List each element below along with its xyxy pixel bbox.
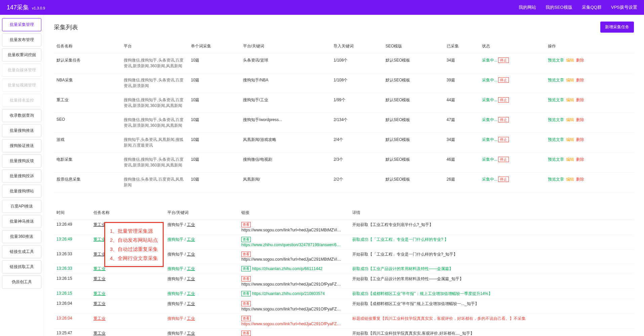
sidebar-item-2[interactable]: 批量权重词挖掘 [2,48,41,62]
edit-link[interactable]: 编辑 [566,117,574,122]
main-content[interactable]: 采集列表 新增采集任务 任务名称 平台 单个词采集 平台/关键词 导入关键词 S… [44,15,644,336]
delete-link[interactable]: 删除 [576,117,584,122]
view-badge[interactable]: 查看 [241,291,251,296]
task-collected: 47篇 [444,113,480,133]
task-platform: 搜狗微信,搜狗知乎,头条资讯,百度资讯,新浪新闻,360新闻,凤凰新闻 [121,153,188,173]
preview-link[interactable]: 预览文章 [548,58,564,63]
edit-link[interactable]: 编辑 [566,58,574,63]
log-keyword: 搜狗知乎 / 工业 [165,328,239,336]
stop-button[interactable]: 停止 [498,157,509,162]
edit-link[interactable]: 编辑 [566,157,574,162]
sidebar-item-10[interactable]: 批量搜狗投诉 [2,170,41,183]
log-task-link[interactable]: 重工业 [93,237,106,242]
delete-link[interactable]: 删除 [576,78,584,82]
log-kw-link[interactable]: 工业 [187,331,195,336]
preview-link[interactable]: 预览文章 [548,157,564,162]
delete-link[interactable]: 删除 [576,98,584,102]
new-task-button[interactable]: 新增采集任务 [600,22,634,33]
log-time: 13:26:49 [54,234,91,249]
sidebar-item-9[interactable]: 批量搜狗反馈 [2,154,41,167]
log-task-link[interactable]: 重工业 [93,276,106,281]
task-actions: 预览文章编辑删除 [545,93,634,113]
view-badge[interactable]: 查看 [241,276,251,282]
log-keyword: 搜狗知乎 / 工业 [165,220,239,235]
sidebar-item-16[interactable]: 链接抓取工具 [2,260,41,273]
log-task: 重工业 [91,314,165,329]
preview-link[interactable]: 预览文章 [548,78,564,82]
task-import: 2/3个 [331,153,383,173]
preview-link[interactable]: 预览文章 [548,117,564,122]
sidebar-item-12[interactable]: 百度API推送 [2,200,41,213]
stop-button[interactable]: 停止 [498,97,509,103]
task-import: 1/108个 [331,73,383,93]
sidebar-item-8[interactable]: 搜狗验证推送 [2,139,41,152]
edit-link[interactable]: 编辑 [566,137,574,142]
sidebar-item-7[interactable]: 批量搜狗推送 [2,124,41,137]
delete-link[interactable]: 删除 [576,177,584,182]
stop-button[interactable]: 停止 [498,117,509,122]
log-task-link[interactable]: 重工业 [93,316,106,321]
log-task-link[interactable]: 重工业 [93,331,106,336]
log-task-link[interactable]: 重工业 [93,266,106,271]
sidebar-item-13[interactable]: 批量神马推送 [2,215,41,228]
log-kw-link[interactable]: 工业 [187,252,195,257]
log-task: 重工业 [91,299,165,314]
view-badge[interactable]: 查看 [241,266,251,271]
view-badge[interactable]: 查看 [241,222,251,227]
edit-link[interactable]: 编辑 [566,177,574,182]
sidebar-item-15[interactable]: 链接生成工具 [2,245,41,258]
delete-link[interactable]: 删除 [576,157,584,162]
stop-button[interactable]: 停止 [498,137,509,142]
stop-button[interactable]: 停止 [498,77,509,83]
view-badge[interactable]: 查看 [241,237,251,242]
preview-link[interactable]: 预览文章 [548,137,564,142]
sidebar-item-17[interactable]: 伪原创工具 [2,275,41,289]
log-link: 查看https://www.sogou.com/link?url=hedJjaC… [239,220,350,235]
topnav-link-3[interactable]: VPS拨号设置 [611,4,637,10]
delete-link[interactable]: 删除 [576,58,584,63]
stop-button[interactable]: 停止 [498,177,509,182]
log-link: 查看https://www.sogou.com/link?url=hedJjaC… [239,274,350,289]
task-single: 10篇 [188,93,240,113]
view-badge[interactable]: 查看 [241,331,251,336]
view-badge[interactable]: 查看 [241,301,251,306]
edit-link[interactable]: 编辑 [566,98,574,102]
task-platform: 搜狗知乎,头条资讯,凤凰新闻,搜狐新闻,百度最资讯 [121,133,188,153]
sidebar[interactable]: 批量采集管理批量发布管理批量权重词挖掘批量自媒体管理批量短视频管理批量排名监控收… [0,15,44,336]
log-kw-link[interactable]: 工业 [187,316,195,321]
sidebar-item-1[interactable]: 批量发布管理 [2,33,41,46]
task-platform: 搜狗微信,搜狗知乎,头条资讯,百度资讯,新浪新闻,360新闻,凤凰新闻 [121,113,188,133]
view-badge[interactable]: 查看 [241,252,251,257]
th-name: 任务名称 [54,39,121,53]
log-task-link[interactable]: 重工业 [93,252,106,257]
view-badge[interactable]: 查看 [241,316,251,321]
log-task-link[interactable]: 重工业 [93,291,106,296]
log-kw-link[interactable]: 工业 [187,237,195,242]
topnav-link-0[interactable]: 我的网站 [519,4,536,10]
log-link: 查看https://www.zhihu.com/question/3247871… [239,234,350,249]
delete-link[interactable]: 删除 [576,137,584,142]
topnav-link-2[interactable]: 采集QQ群 [582,4,602,10]
sidebar-item-14[interactable]: 批量360推送 [2,230,41,243]
edit-link[interactable]: 编辑 [566,78,574,82]
stop-button[interactable]: 停止 [498,58,509,63]
sidebar-item-0[interactable]: 批量采集管理 [2,18,41,31]
task-collected: 34篇 [444,53,480,73]
sidebar-item-6[interactable]: 收录数据查询 [2,109,41,122]
sidebar-item-11[interactable]: 批量搜狗绑站 [2,185,41,198]
task-single: 10篇 [188,133,240,153]
log-time: 13:26:15 [54,289,91,299]
preview-link[interactable]: 预览文章 [548,98,564,102]
log-task-link[interactable]: 重工业 [93,301,106,306]
log-kw-link[interactable]: 工业 [187,276,195,281]
log-kw-link[interactable]: 工业 [187,291,195,296]
log-kw-link[interactable]: 工业 [187,266,195,271]
log-kw-link[interactable]: 工业 [187,301,195,306]
log-kw-link[interactable]: 工业 [187,222,195,227]
task-name: 游戏 [54,133,121,153]
topnav-link-1[interactable]: 我的SEO模版 [546,4,572,10]
task-collected: 34篇 [444,133,480,153]
preview-link[interactable]: 预览文章 [548,177,564,182]
task-status: 采集中...停止 [479,113,545,133]
log-task-link[interactable]: 重工业 [93,222,106,227]
